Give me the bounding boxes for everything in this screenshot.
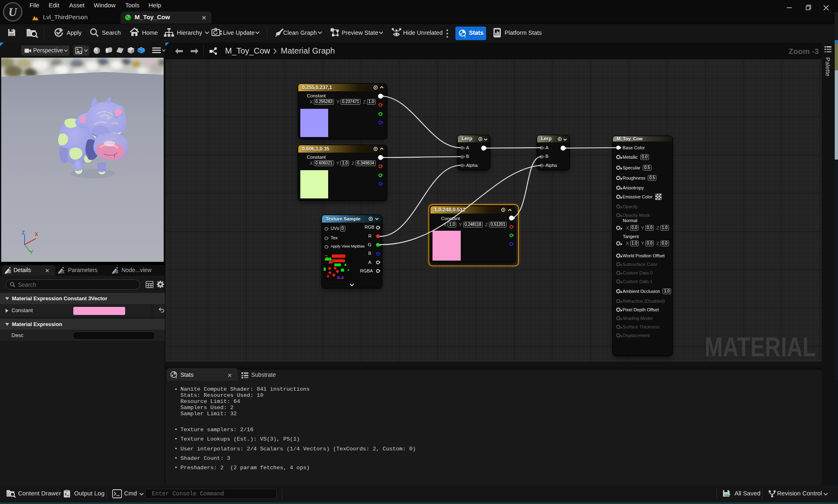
svg-text:i: i [464,34,466,38]
svg-text:i: i [176,375,177,379]
svg-text:X: X [35,232,38,237]
svg-text:Z: Z [22,230,25,236]
svg-text:U: U [9,5,18,18]
svg-text:Y: Y [30,250,33,255]
